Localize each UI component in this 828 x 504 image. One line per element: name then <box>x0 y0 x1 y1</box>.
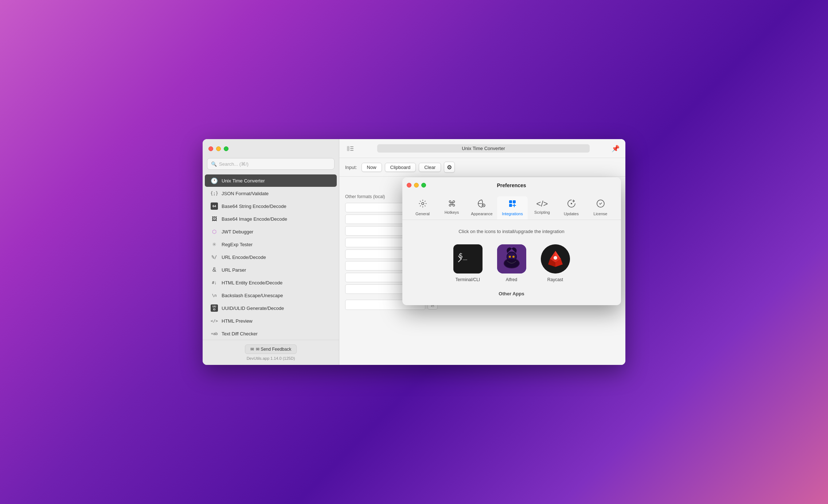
minimize-button[interactable] <box>216 146 221 151</box>
sidebar-item-json-format[interactable]: {;} JSON Format/Validate <box>205 187 337 200</box>
sidebar-toggle-button[interactable] <box>345 143 355 154</box>
jwt-icon: ⬡ <box>211 228 218 235</box>
toolbar: Input: Now Clipboard Clear ⚙ <box>339 158 625 177</box>
backslash-icon: \n <box>211 292 218 299</box>
feedback-icon: ✉ <box>250 347 254 352</box>
main-titlebar: Unix Time Converter 📌 <box>339 139 625 158</box>
sidebar-item-html-preview[interactable]: </> HTML Preview <box>205 315 337 327</box>
svg-point-21 <box>554 256 557 260</box>
alfred-label: Alfred <box>506 277 517 282</box>
sidebar-titlebar <box>203 139 339 158</box>
svg-rect-0 <box>347 146 349 151</box>
tab-general-label: General <box>415 212 430 216</box>
svg-rect-6 <box>509 200 512 203</box>
svg-point-4 <box>422 202 424 205</box>
sidebar-item-base64-image[interactable]: 🖼 Base64 Image Encode/Decode <box>205 213 337 225</box>
url-parser-icon: & <box>211 266 218 273</box>
clear-button[interactable]: Clear <box>419 163 441 172</box>
now-button[interactable]: Now <box>362 163 382 172</box>
input-label: Input: <box>345 165 357 170</box>
integration-alfred[interactable]: Alfred <box>497 244 526 282</box>
terminal-icon-wrapper: $_ <box>453 244 483 273</box>
tab-license[interactable]: License <box>586 196 615 220</box>
modal-tabs: General ⌘ Hotkeys <box>402 193 621 220</box>
feedback-label: ✉ Send Feedback <box>256 347 291 352</box>
sidebar-item-label: URL Encode/Decode <box>222 255 266 260</box>
search-bar[interactable]: 🔍 Search... (⌘/) <box>207 158 335 170</box>
app-window: 🔍 Search... (⌘/) 🕐 Unix Time Converter {… <box>203 139 625 365</box>
sidebar-item-url-encode[interactable]: %/ URL Encode/Decode <box>205 251 337 263</box>
svg-rect-8 <box>509 204 512 207</box>
tab-scripting[interactable]: </> Scripting <box>528 196 557 220</box>
sidebar-item-regexp-tester[interactable]: ✳ RegExp Tester <box>205 238 337 251</box>
integrations-icon <box>508 199 517 210</box>
modal-instruction: Click on the icons to install/upgrade th… <box>411 229 612 234</box>
gear-button[interactable]: ⚙ <box>444 162 455 173</box>
tab-license-label: License <box>594 212 608 216</box>
svg-rect-1 <box>350 146 354 147</box>
tab-updates[interactable]: Updates <box>557 196 586 220</box>
tab-integrations[interactable]: Integrations <box>497 196 527 220</box>
integration-terminal[interactable]: $_ Terminal/CLI <box>453 244 483 282</box>
sidebar-item-label: Text Diff Checker <box>222 331 258 336</box>
svg-rect-11 <box>453 244 483 273</box>
feedback-button[interactable]: ✉ ✉ Send Feedback <box>245 344 297 354</box>
modal-body: Click on the icons to install/upgrade th… <box>402 220 621 305</box>
base64-image-icon: 🖼 <box>211 215 218 223</box>
tab-updates-label: Updates <box>564 212 579 216</box>
sidebar-item-text-diff[interactable]: +ab Text Diff Checker <box>205 327 337 340</box>
regexp-icon: ✳ <box>211 241 218 248</box>
sidebar-item-uuid[interactable]: UUID UUID/ULID Generate/Decode <box>205 302 337 314</box>
raycast-icon-wrapper <box>541 244 570 273</box>
maximize-button[interactable] <box>224 146 229 151</box>
main-content: Unix Time Converter 📌 Input: Now Clipboa… <box>339 139 625 365</box>
search-icon: 🔍 <box>211 161 217 167</box>
hotkeys-icon: ⌘ <box>448 199 456 209</box>
sidebar-item-label: Unix Time Converter <box>222 178 265 184</box>
close-button[interactable] <box>208 146 213 151</box>
json-icon: {;} <box>211 190 218 197</box>
clipboard-button[interactable]: Clipboard <box>385 163 416 172</box>
url-encode-icon: %/ <box>211 253 218 261</box>
tab-appearance-label: Appearance <box>471 212 492 216</box>
other-apps-button[interactable]: Other Apps <box>499 291 524 296</box>
gear-icon: ⚙ <box>447 164 452 171</box>
modal-minimize-button[interactable] <box>414 183 419 188</box>
sidebar-item-label: JWT Debugger <box>222 229 253 235</box>
sidebar-item-jwt-debugger[interactable]: ⬡ JWT Debugger <box>205 225 337 238</box>
general-icon <box>418 199 427 210</box>
tab-integrations-label: Integrations <box>502 212 523 216</box>
tab-hotkeys[interactable]: ⌘ Hotkeys <box>437 196 466 220</box>
sidebar-list: 🕐 Unix Time Converter {;} JSON Format/Va… <box>203 173 339 340</box>
updates-icon <box>567 199 576 210</box>
modal-close-button[interactable] <box>407 183 411 188</box>
sidebar-item-unix-time-converter[interactable]: 🕐 Unix Time Converter <box>205 174 337 187</box>
sidebar-item-label: RegExp Tester <box>222 242 253 247</box>
integration-raycast[interactable]: Raycast <box>541 244 570 282</box>
svg-point-17 <box>509 256 511 258</box>
window-title: Unix Time Converter <box>377 144 590 153</box>
integrations-grid: $_ Terminal/CLI <box>411 244 612 282</box>
modal-maximize-button[interactable] <box>421 183 426 188</box>
html-preview-icon: </> <box>211 317 218 324</box>
license-icon <box>596 199 605 210</box>
pin-button[interactable]: 📌 <box>612 145 620 153</box>
tab-general[interactable]: General <box>408 196 437 220</box>
sidebar-item-label: HTML Preview <box>222 318 253 324</box>
sidebar-item-label: HTML Entity Encode/Decode <box>222 280 282 286</box>
version-text: DevUtils.app 1.14.0 (125D) <box>247 356 295 361</box>
terminal-label: Terminal/CLI <box>456 277 480 282</box>
uuid-icon: UUID <box>211 304 218 312</box>
sidebar-item-label: URL Parser <box>222 267 246 273</box>
sidebar-item-base64-string[interactable]: 64 Base64 String Encode/Decode <box>205 200 337 212</box>
modal-titlebar: Preferences <box>402 177 621 193</box>
sidebar-item-url-parser[interactable]: & URL Parser <box>205 264 337 276</box>
tab-scripting-label: Scripting <box>534 210 550 214</box>
preferences-modal: Preferences General <box>402 177 621 305</box>
raycast-label: Raycast <box>547 277 563 282</box>
sidebar-footer: ✉ ✉ Send Feedback DevUtils.app 1.14.0 (1… <box>203 340 339 365</box>
alfred-icon-wrapper <box>497 244 526 273</box>
tab-appearance[interactable]: Appearance <box>466 196 497 220</box>
sidebar-item-html-entity[interactable]: #; HTML Entity Encode/Decode <box>205 276 337 289</box>
sidebar-item-backslash[interactable]: \n Backslash Escape/Unescape <box>205 289 337 302</box>
